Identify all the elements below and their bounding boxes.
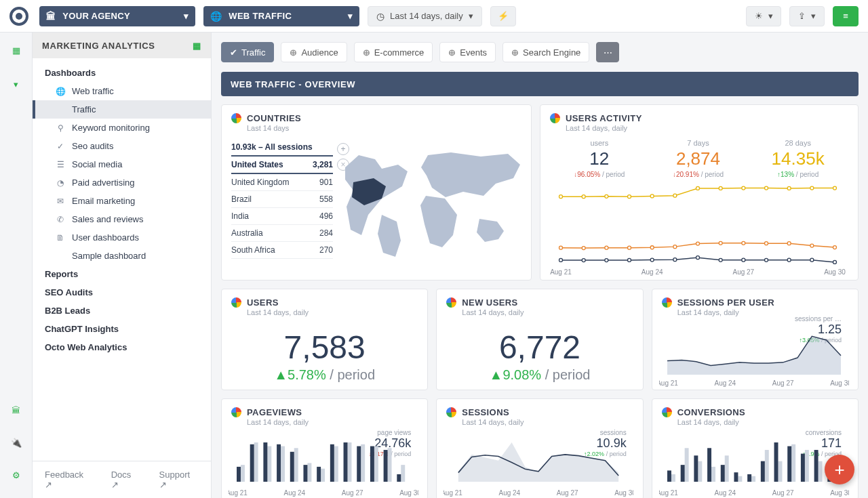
rail-org[interactable]: 🏛 — [7, 400, 26, 419]
svg-rect-62 — [330, 444, 334, 482]
svg-text:Aug 27: Aug 27 — [557, 489, 578, 497]
footer-feedback[interactable]: Feedback ↗ — [45, 470, 92, 490]
svg-rect-66 — [357, 447, 361, 482]
google-icon — [231, 297, 241, 308]
svg-point-37 — [810, 258, 814, 262]
svg-point-23 — [787, 242, 791, 245]
footer-support[interactable]: Support ↗ — [159, 470, 199, 490]
rail-settings[interactable]: ⚙ — [7, 465, 26, 484]
svg-point-25 — [833, 246, 837, 249]
date-range-picker[interactable]: ◷ Last 14 days, daily ▾ — [368, 6, 482, 26]
nav-item-label: Web traffic — [72, 86, 114, 96]
tab-events[interactable]: ⊕Events — [439, 42, 496, 62]
svg-point-6 — [696, 186, 700, 190]
svg-point-5 — [673, 194, 677, 197]
sidebar-item-paid-advertising[interactable]: ◔Paid advertising — [33, 173, 211, 192]
svg-text:Aug 21: Aug 21 — [229, 489, 248, 497]
svg-text:Aug 24: Aug 24 — [714, 379, 736, 387]
svg-text:Aug 24: Aug 24 — [283, 489, 305, 497]
plus-icon: ⊕ — [363, 47, 370, 58]
sidebar-item-sales-and-reviews[interactable]: ✆Sales and reviews — [33, 210, 211, 228]
nav-item-label: Paid advertising — [72, 178, 135, 188]
menu-icon: ≡ — [843, 11, 848, 21]
svg-point-32 — [696, 256, 700, 260]
sidebar-item-seo-audits[interactable]: ✓Seo audits — [33, 137, 211, 155]
svg-rect-83 — [684, 448, 688, 482]
svg-point-26 — [559, 258, 563, 262]
sidebar-item-email-marketing[interactable]: ✉Email marketing — [33, 192, 211, 210]
svg-point-36 — [787, 258, 791, 262]
card-subtitle: Last 14 days, daily — [247, 308, 418, 316]
nav-item-label: Seo audits — [72, 141, 113, 151]
sidebar-group-dashboards: Dashboards — [33, 64, 211, 82]
sidebar-link-seo-audits[interactable]: SEO Audits — [33, 283, 211, 302]
nav-item-label: Email marketing — [72, 196, 135, 206]
svg-rect-63 — [347, 442, 351, 482]
apps-grid-icon[interactable]: ▦ — [193, 41, 201, 51]
tab-audience[interactable]: ⊕Audience — [281, 42, 347, 62]
svg-point-15 — [605, 246, 608, 249]
svg-text:Aug 27: Aug 27 — [732, 268, 754, 276]
svg-point-19 — [696, 242, 700, 245]
table-row[interactable]: India496 — [231, 208, 333, 225]
svg-rect-56 — [290, 452, 294, 482]
sidebar-link-b2b-leads[interactable]: B2B Leads — [33, 302, 211, 320]
card-title: COUNTRIES — [247, 113, 301, 123]
svg-rect-90 — [720, 465, 724, 482]
sidebar-link-reports[interactable]: Reports — [33, 265, 211, 283]
sidebar-item-user-dashboards[interactable]: 🗎User dashboards — [33, 228, 211, 247]
svg-rect-57 — [307, 463, 311, 482]
sidebar-link-chatgpt-insights[interactable]: ChatGPT Insights — [33, 320, 211, 338]
svg-point-34 — [742, 258, 745, 262]
google-icon — [231, 407, 241, 417]
sidebar-item-social-media[interactable]: ☰Social media — [33, 155, 211, 173]
svg-point-4 — [650, 194, 654, 198]
nav-item-label: Sales and reviews — [72, 214, 144, 224]
hamburger-button[interactable]: ≡ — [833, 6, 859, 26]
fab-add[interactable]: + — [825, 455, 854, 484]
rail-dashboards[interactable]: ▦ — [7, 41, 26, 60]
svg-rect-94 — [747, 474, 751, 482]
agency-switcher[interactable]: 🏛 YOUR AGENCY ▾ — [39, 6, 195, 26]
sidebar-item-web-traffic[interactable]: 🌐Web traffic — [33, 82, 211, 100]
context-switcher[interactable]: 🌐 WEB TRAFFIC ▾ — [203, 6, 359, 26]
nav-item-label: Keyword monitoring — [72, 123, 150, 133]
tab-search-engine[interactable]: ⊕Search Engine — [502, 42, 589, 62]
tab-label: Traffic — [241, 47, 265, 58]
nav-item-icon: 🌐 — [56, 87, 65, 96]
rail-expand[interactable]: ▾ — [7, 75, 26, 94]
share-button[interactable]: ⇪▾ — [789, 6, 825, 26]
nav-item-icon: ⚲ — [56, 123, 65, 133]
table-row[interactable]: South Africa270 — [231, 242, 333, 259]
svg-rect-92 — [734, 472, 738, 482]
card-title: USERS — [247, 297, 279, 308]
plug-button[interactable]: ⚡ — [490, 6, 516, 26]
sidebar-title-row: MARKETING ANALYTICS ▦ — [33, 33, 211, 58]
tab-e-commerce[interactable]: ⊕E-commerce — [354, 42, 433, 62]
chart-conversions: Aug 21Aug 24Aug 27Aug 30 — [659, 438, 849, 497]
sidebar-link-octo-web-analytics[interactable]: Octo Web Analytics — [33, 338, 211, 356]
agency-label: YOUR AGENCY — [62, 11, 130, 21]
svg-point-9 — [765, 186, 768, 190]
tab-traffic[interactable]: ✔Traffic — [221, 42, 274, 62]
svg-rect-64 — [344, 442, 348, 482]
footer-docs[interactable]: Docs ↗ — [111, 470, 140, 490]
svg-point-10 — [787, 186, 791, 190]
sidebar-item-keyword-monitoring[interactable]: ⚲Keyword monitoring — [33, 119, 211, 137]
chevron-down-icon: ▾ — [348, 11, 353, 21]
table-row[interactable]: United States3,281 — [231, 157, 333, 174]
table-row[interactable]: United Kingdom901 — [231, 174, 333, 191]
svg-point-14 — [582, 247, 585, 250]
svg-point-38 — [833, 260, 837, 264]
chevron-down-icon: ▾ — [184, 11, 189, 21]
table-row[interactable]: Australia284 — [231, 225, 333, 242]
svg-text:Aug 27: Aug 27 — [342, 489, 363, 497]
sidebar-item-traffic[interactable]: Traffic — [33, 100, 211, 119]
rail-connect[interactable]: 🔌 — [7, 433, 26, 452]
google-icon — [446, 297, 456, 308]
nav-item-icon: ✓ — [56, 142, 65, 151]
theme-button[interactable]: ☀▾ — [746, 6, 781, 26]
sidebar-item-sample-dashboard[interactable]: Sample dashboard — [33, 247, 211, 265]
table-row[interactable]: Brazil558 — [231, 191, 333, 208]
tab-more[interactable]: ⋯ — [596, 42, 619, 62]
